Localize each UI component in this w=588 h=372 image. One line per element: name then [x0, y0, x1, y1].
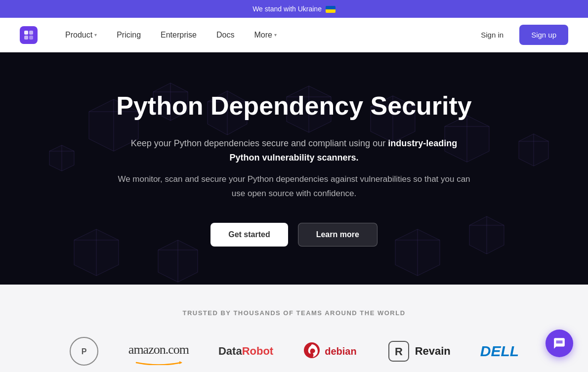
- logo-debian: debian: [303, 341, 356, 361]
- dell-text: DELL: [480, 343, 519, 360]
- sign-up-button[interactable]: Sign up: [519, 25, 568, 45]
- amazon-text: amazon.com: [128, 342, 189, 357]
- logo-datarobot: DataRobot: [218, 345, 273, 358]
- trusted-section: TRUSTED BY THOUSANDS OF TEAMS AROUND THE…: [0, 285, 588, 372]
- svg-text:R: R: [395, 345, 403, 358]
- nav-more[interactable]: More ▾: [246, 27, 284, 43]
- datarobot-text: DataRobot: [218, 345, 273, 358]
- banner-text: We stand with Ukraine: [252, 5, 322, 13]
- debian-logo-icon: [303, 341, 321, 361]
- chat-icon: [553, 337, 566, 350]
- svg-rect-3: [29, 36, 33, 40]
- hero-title: Python Dependency Security: [116, 90, 472, 121]
- ukraine-flag-icon: [326, 6, 336, 13]
- svg-rect-0: [24, 31, 28, 35]
- logo-revain: R Revain: [386, 339, 451, 364]
- logo-amazon: amazon.com: [128, 342, 189, 360]
- logo-pyup: P: [69, 336, 99, 366]
- chat-button[interactable]: [546, 330, 573, 357]
- logo-icon: [20, 26, 38, 44]
- hero-section: Python Dependency Security Keep your Pyt…: [0, 52, 588, 285]
- amazon-arrow: [128, 358, 189, 360]
- trusted-logos: P amazon.com DataRobot: [30, 336, 558, 366]
- learn-more-button[interactable]: Learn more: [298, 223, 378, 247]
- svg-marker-37: [519, 134, 548, 166]
- hero-buttons: Get started Learn more: [116, 223, 472, 247]
- hero-content: Python Dependency Security Keep your Pyt…: [101, 61, 487, 276]
- logo[interactable]: [20, 26, 38, 44]
- svg-marker-34: [49, 145, 74, 171]
- nav-product[interactable]: Product ▾: [57, 27, 105, 43]
- debian-text: debian: [325, 346, 356, 357]
- svg-text:P: P: [82, 347, 87, 356]
- hero-description: We monitor, scan and secure your Python …: [116, 172, 472, 201]
- pyup-logo-icon: P: [69, 336, 99, 366]
- svg-marker-42: [179, 361, 182, 364]
- revain-logo-icon: R: [386, 339, 411, 364]
- svg-rect-1: [29, 31, 33, 35]
- nav-pricing[interactable]: Pricing: [109, 27, 149, 43]
- nav-docs[interactable]: Docs: [209, 27, 242, 43]
- revain-text: Revain: [415, 345, 451, 358]
- sign-in-button[interactable]: Sign in: [473, 27, 511, 43]
- ukraine-banner: We stand with Ukraine: [0, 0, 588, 18]
- trusted-label: TRUSTED BY THOUSANDS OF TEAMS AROUND THE…: [30, 309, 558, 317]
- nav-enterprise[interactable]: Enterprise: [153, 27, 205, 43]
- nav-right: Sign in Sign up: [473, 25, 568, 45]
- hero-subtitle: Keep your Python dependencies secure and…: [116, 136, 472, 165]
- chevron-down-icon-more: ▾: [274, 32, 277, 38]
- nav-links: Product ▾ Pricing Enterprise Docs More ▾: [57, 27, 473, 43]
- chevron-down-icon: ▾: [94, 32, 97, 38]
- get-started-button[interactable]: Get started: [210, 223, 288, 247]
- logo-dell: DELL: [480, 343, 519, 360]
- svg-rect-2: [24, 36, 28, 40]
- navbar: Product ▾ Pricing Enterprise Docs More ▾…: [0, 18, 588, 52]
